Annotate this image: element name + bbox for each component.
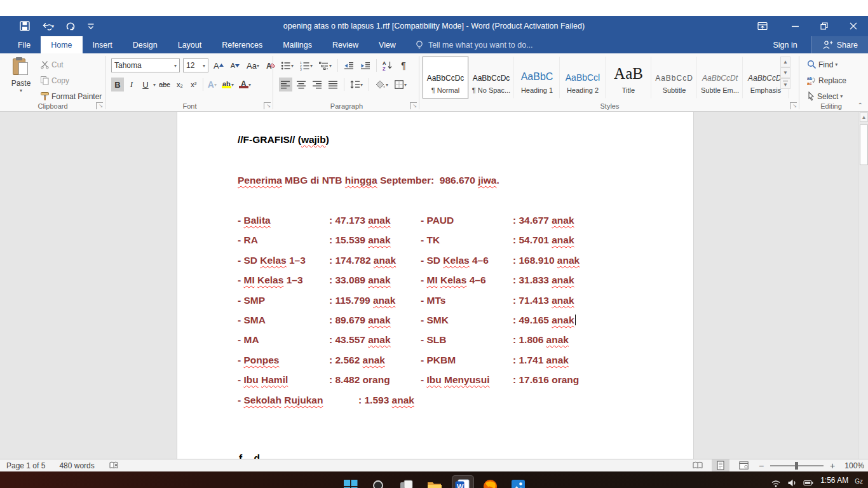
scrollbar-thumb[interactable] <box>860 125 868 165</box>
web-layout-icon[interactable] <box>735 459 752 471</box>
taskbar-word-icon[interactable]: W <box>455 479 470 488</box>
vertical-scrollbar[interactable]: ▲ <box>858 112 868 459</box>
justify-button[interactable] <box>327 78 340 92</box>
align-center-button[interactable] <box>295 78 308 92</box>
paragraph-dialog-launcher-icon[interactable]: ↘ <box>410 102 417 109</box>
style-h2[interactable]: AaBbCclHeading 2 <box>560 57 606 98</box>
decrease-indent-button[interactable] <box>342 58 356 72</box>
tab-home[interactable]: Home <box>41 36 82 53</box>
increase-indent-button[interactable] <box>358 58 372 72</box>
style-nospace[interactable]: AaBbCcDc¶ No Spac... <box>468 57 514 98</box>
zoom-percentage[interactable]: 100% <box>841 461 864 470</box>
taskbar-search-icon[interactable] <box>371 479 386 488</box>
replace-button[interactable]: abac Replace <box>805 74 848 86</box>
bullets-button[interactable]: ▾ <box>279 58 295 72</box>
taskbar-clock[interactable]: 1:56 AM <box>820 476 848 485</box>
paste-dropdown-arrow[interactable]: ▾ <box>6 88 36 93</box>
shrink-font-button[interactable]: A <box>229 58 241 72</box>
strikethrough-button[interactable]: abc <box>157 78 172 92</box>
shading-button[interactable]: ▾ <box>373 78 390 92</box>
show-paragraph-marks-button[interactable]: ¶ <box>397 58 410 72</box>
tab-design[interactable]: Design <box>123 36 168 53</box>
style-subtleem[interactable]: AaBbCcDtSubtle Em... <box>697 57 743 98</box>
style-normal[interactable]: AaBbCcDc¶ Normal <box>423 57 468 98</box>
font-size-combo[interactable]: 12▾ <box>183 58 208 72</box>
font-name-combo[interactable]: Tahoma▾ <box>111 58 180 72</box>
taskbar-firefox-icon[interactable] <box>483 479 498 488</box>
scroll-up-icon[interactable]: ▲ <box>860 112 868 122</box>
tab-review[interactable]: Review <box>322 36 369 53</box>
underline-dropdown-arrow[interactable]: ▾ <box>153 82 156 88</box>
styles-dialog-launcher-icon[interactable]: ↘ <box>790 102 797 109</box>
copy-button[interactable]: Copy <box>38 74 104 86</box>
row-value-right: : 49.165 anak <box>513 315 576 326</box>
font-dialog-launcher-icon[interactable]: ↘ <box>264 102 271 109</box>
read-mode-icon[interactable] <box>689 459 707 471</box>
italic-button[interactable]: I <box>125 78 138 92</box>
collapse-ribbon-icon[interactable]: ⌃ <box>858 102 863 109</box>
paste-button[interactable]: Paste ▾ <box>6 57 36 99</box>
tab-view[interactable]: View <box>369 36 406 53</box>
volume-icon[interactable] <box>787 478 797 487</box>
wifi-icon[interactable] <box>771 478 781 488</box>
print-layout-icon[interactable] <box>712 459 729 471</box>
select-button[interactable]: Select▾ <box>805 90 848 102</box>
bold-button[interactable]: B <box>111 78 124 92</box>
taskbar-file-explorer-icon[interactable] <box>427 479 442 488</box>
subscript-button[interactable]: x₂ <box>173 78 186 92</box>
find-button[interactable]: Find▾ <box>805 58 848 71</box>
taskbar-photos-icon[interactable] <box>511 479 526 488</box>
share-button[interactable]: Share <box>811 36 868 53</box>
page-indicator[interactable]: Page 1 of 5 <box>6 461 45 470</box>
proofing-errors-icon[interactable] <box>109 461 119 471</box>
zoom-slider-thumb[interactable] <box>795 462 798 470</box>
clipboard-dialog-launcher-icon[interactable]: ↘ <box>96 102 103 109</box>
sort-button[interactable]: AZ <box>381 58 395 72</box>
cut-button[interactable]: Cut <box>38 58 104 71</box>
taskbar-task-view-icon[interactable] <box>399 479 414 488</box>
borders-button[interactable]: ▾ <box>393 78 409 92</box>
style-subtitle[interactable]: AaBbCcDSubtitle <box>651 57 697 98</box>
numbering-button[interactable]: 123▾ <box>298 58 315 72</box>
close-icon[interactable] <box>839 16 868 36</box>
text-highlight-button[interactable]: ab ▾ <box>220 78 236 92</box>
tab-layout[interactable]: Layout <box>168 36 212 53</box>
tab-insert[interactable]: Insert <box>83 36 123 53</box>
tray-extra-icon[interactable]: Gz <box>855 478 863 485</box>
line-spacing-button[interactable]: ▾ <box>348 78 365 92</box>
tab-file[interactable]: File <box>8 36 41 53</box>
taskbar-start-icon[interactable] <box>343 479 358 488</box>
styles-scroll-up-icon[interactable]: ▲ <box>780 57 790 67</box>
zoom-slider[interactable] <box>770 465 824 466</box>
doc-row: - SMP: 115.799 anak- MTs: 71.413 anak <box>177 295 694 315</box>
grow-font-button[interactable]: A <box>212 58 226 72</box>
style-preview: AaB <box>606 64 651 83</box>
style-h1[interactable]: AaBbCHeading 1 <box>514 57 560 98</box>
paste-clipboard-icon <box>13 57 29 76</box>
format-painter-button[interactable]: Format Painter <box>38 90 104 102</box>
styles-scroll-down-icon[interactable]: ▼ <box>780 67 790 78</box>
tell-me-box[interactable]: Tell me what you want to do... <box>406 36 533 53</box>
word-count[interactable]: 480 words <box>59 461 94 470</box>
superscript-button[interactable]: x² <box>187 78 200 92</box>
sign-in-link[interactable]: Sign in <box>773 41 797 50</box>
font-color-button[interactable]: A ▾ <box>237 78 253 92</box>
change-case-button[interactable]: Aa▾ <box>245 58 261 72</box>
text-effects-button[interactable]: A▾ <box>206 78 219 92</box>
restore-icon[interactable] <box>810 16 839 36</box>
styles-gallery-expand-icon[interactable]: ▼ <box>780 78 790 89</box>
zoom-out-button[interactable]: − <box>757 461 765 471</box>
desktop-strip <box>0 0 868 16</box>
minimize-icon[interactable] <box>780 16 810 36</box>
multilevel-list-button[interactable]: ▾ <box>317 58 334 72</box>
tab-mailings[interactable]: Mailings <box>273 36 322 53</box>
align-left-button[interactable] <box>279 78 292 92</box>
ribbon-display-options-icon[interactable] <box>750 16 775 36</box>
battery-icon[interactable] <box>803 478 814 487</box>
zoom-in-button[interactable]: + <box>829 461 836 471</box>
underline-button[interactable]: U <box>139 78 152 92</box>
document-page[interactable]: //F-GRAFIS// (wajib) Penerima MBG di NTB… <box>177 112 694 459</box>
tab-references[interactable]: References <box>212 36 273 53</box>
style-title[interactable]: AaBTitle <box>606 57 651 98</box>
align-right-button[interactable] <box>311 78 324 92</box>
